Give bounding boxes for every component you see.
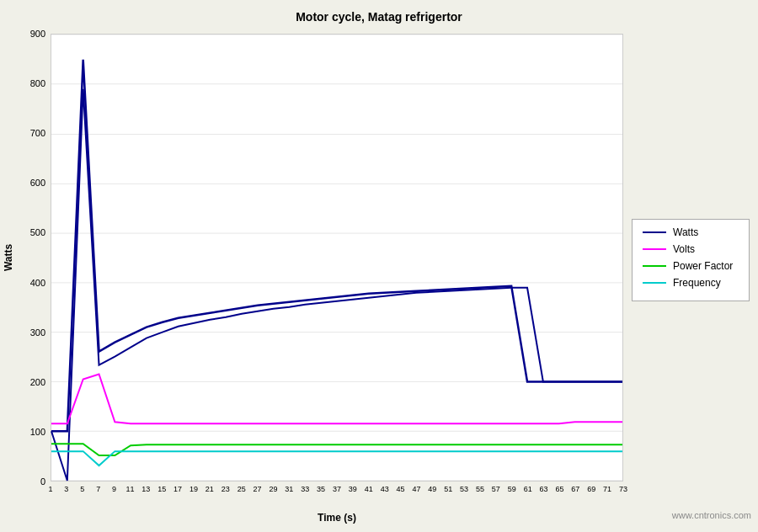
chart-title: Motor cycle, Matag refrigertor bbox=[0, 0, 758, 27]
chart-container: Motor cycle, Matag refrigertor Watts bbox=[0, 0, 758, 532]
legend-line-power-factor bbox=[643, 265, 666, 267]
watermark: www.cntronics.com bbox=[672, 510, 751, 520]
legend-item-watts: Watts bbox=[643, 226, 739, 238]
legend-label-watts: Watts bbox=[673, 226, 698, 238]
y-tick-100: 100 bbox=[30, 427, 45, 437]
y-tick-400: 400 bbox=[30, 278, 45, 288]
legend-label-volts: Volts bbox=[673, 243, 695, 255]
x-axis-label: Time (s) bbox=[51, 512, 623, 524]
y-tick-900: 900 bbox=[30, 29, 45, 39]
legend-line-volts bbox=[643, 248, 666, 250]
legend-label-frequency: Frequency bbox=[673, 277, 721, 289]
legend-label-power-factor: Power Factor bbox=[673, 260, 733, 272]
x-axis-ticks: 1 3 5 7 9 11 13 15 17 19 21 23 25 27 29 … bbox=[51, 485, 623, 500]
y-axis-ticks: 900 800 700 600 500 400 300 200 100 0 bbox=[15, 34, 49, 481]
y-tick-500: 500 bbox=[30, 227, 45, 237]
y-tick-600: 600 bbox=[30, 178, 45, 188]
legend-line-watts bbox=[643, 231, 666, 233]
y-tick-200: 200 bbox=[30, 377, 45, 387]
legend-line-frequency bbox=[643, 282, 666, 284]
y-tick-800: 800 bbox=[30, 78, 45, 88]
chart-area bbox=[51, 34, 623, 481]
y-tick-700: 700 bbox=[30, 128, 45, 138]
y-tick-0: 0 bbox=[40, 476, 45, 487]
y-tick-300: 300 bbox=[30, 327, 45, 338]
legend-item-power-factor: Power Factor bbox=[643, 260, 739, 272]
legend-item-volts: Volts bbox=[643, 243, 739, 255]
y-axis-label: Watts bbox=[0, 34, 17, 481]
chart-svg bbox=[51, 35, 622, 481]
legend-item-frequency: Frequency bbox=[643, 277, 739, 289]
legend: Watts Volts Power Factor Frequency bbox=[632, 219, 750, 301]
